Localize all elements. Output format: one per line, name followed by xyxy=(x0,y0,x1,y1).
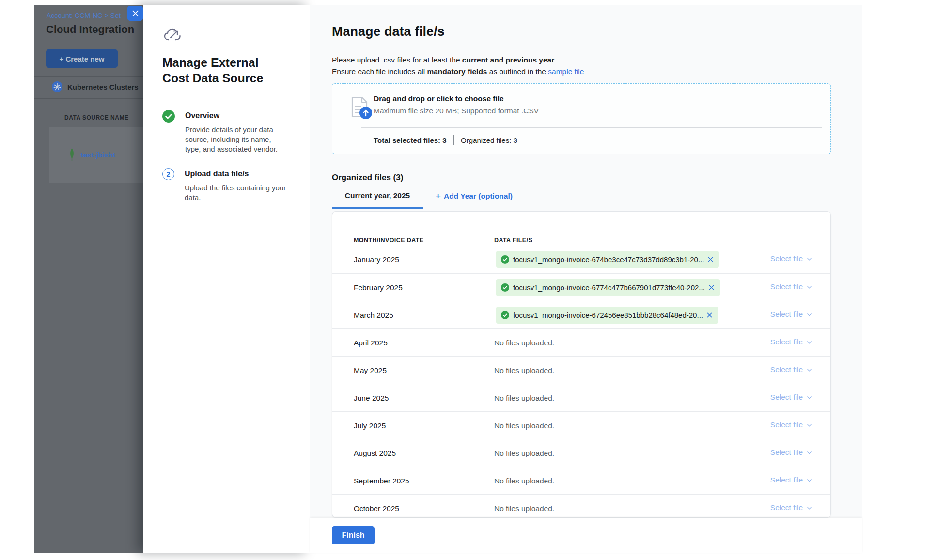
column-header-datafile: DATA FILE/S xyxy=(494,237,532,244)
table-row: February 2025 focusv1_mongo-invoice-6774… xyxy=(332,273,830,301)
no-files-text: No files uploaded. xyxy=(494,339,554,347)
select-file-dropdown[interactable]: Select file xyxy=(770,503,812,512)
remove-icon xyxy=(707,312,712,318)
remove-file-button[interactable] xyxy=(708,257,713,262)
select-file-dropdown[interactable]: Select file xyxy=(770,476,812,484)
select-file-dropdown[interactable]: Select file xyxy=(770,254,812,263)
select-file-label: Select file xyxy=(770,393,803,402)
close-drawer-button[interactable] xyxy=(127,6,143,21)
year-tabs: Current year, 2025 + Add Year (optional) xyxy=(332,191,513,209)
remove-file-button[interactable] xyxy=(709,285,714,290)
select-file-dropdown[interactable]: Select file xyxy=(770,310,812,319)
tab-kubernetes-clusters: Kubernetes Clusters xyxy=(52,81,139,92)
wizard-step-overview[interactable]: Overview Provide details of your data so… xyxy=(162,110,288,154)
dimmed-background-page: Account: CCM-NG > Set Cloud Integration … xyxy=(34,5,143,553)
wizard-title: Manage External Cost Data Source xyxy=(162,55,283,86)
dropzone-subtitle: Maximum file size 20 MB; Supported forma… xyxy=(374,107,539,115)
cloud-export-icon xyxy=(164,27,181,43)
table-row: September 2025 No files uploaded. Select… xyxy=(332,467,830,494)
select-file-dropdown[interactable]: Select file xyxy=(770,365,812,374)
instruction-line-2: Ensure each file includes all mandatory … xyxy=(332,66,584,78)
upload-instructions: Please upload .csv files for at least th… xyxy=(332,54,584,78)
column-header-month: MONTH/INVOICE DATE xyxy=(354,237,423,244)
step-complete-check-icon xyxy=(162,110,175,154)
tab-current-year-2025[interactable]: Current year, 2025 xyxy=(332,191,423,209)
select-file-dropdown[interactable]: Select file xyxy=(770,420,812,429)
kubernetes-icon xyxy=(52,81,62,92)
tab-label: Kubernetes Clusters xyxy=(67,83,139,91)
dropzone-divider xyxy=(361,127,822,128)
close-icon xyxy=(132,10,139,16)
vertical-separator xyxy=(453,135,454,145)
upload-step-content: Manage data file/s Please upload .csv fi… xyxy=(310,5,862,553)
month-cell: October 2025 xyxy=(354,504,399,513)
no-files-text: No files uploaded. xyxy=(494,366,554,375)
table-row: March 2025 focusv1_mongo-invoice-672456e… xyxy=(332,301,830,328)
table-row: June 2025 No files uploaded. Select file xyxy=(332,384,830,411)
add-year-button[interactable]: + Add Year (optional) xyxy=(436,191,513,201)
month-cell: August 2025 xyxy=(354,449,396,458)
file-success-check-icon xyxy=(501,255,509,264)
page-title: Cloud Integration xyxy=(46,23,134,36)
create-new-button: + Create new xyxy=(46,49,118,68)
screen: Account: CCM-NG > Set Cloud Integration … xyxy=(0,0,937,560)
sample-file-link[interactable]: sample file xyxy=(548,67,584,76)
step-label: Overview xyxy=(185,110,288,120)
no-files-text: No files uploaded. xyxy=(494,477,554,485)
select-file-label: Select file xyxy=(770,254,803,263)
remove-icon xyxy=(708,257,713,262)
select-file-label: Select file xyxy=(770,310,803,319)
chevron-down-icon xyxy=(806,422,812,428)
chevron-down-icon xyxy=(806,339,812,345)
remove-file-button[interactable] xyxy=(707,312,712,318)
file-name: focusv1_mongo-invoice-672456ee851bbb28c6… xyxy=(513,311,703,319)
table-row: May 2025 No files uploaded. Select file xyxy=(332,356,830,384)
month-cell: March 2025 xyxy=(354,311,393,320)
step-label: Upload data file/s xyxy=(185,168,287,178)
table-row: August 2025 No files uploaded. Select fi… xyxy=(332,439,830,467)
no-files-text: No files uploaded. xyxy=(494,504,554,513)
total-selected-files: Total selected files: 3 xyxy=(374,136,447,144)
select-file-dropdown[interactable]: Select file xyxy=(770,338,812,346)
step-description: Provide details of your data source, inc… xyxy=(185,125,288,154)
chevron-down-icon xyxy=(806,311,812,318)
organized-files-table: MONTH/INVOICE DATE DATA FILE/S January 2… xyxy=(332,211,831,518)
month-cell: July 2025 xyxy=(354,421,386,430)
organized-files-heading: Organized files (3) xyxy=(332,173,403,183)
table-row: April 2025 No files uploaded. Select fil… xyxy=(332,328,830,356)
chevron-down-icon xyxy=(806,450,812,456)
file-name: focusv1_mongo-invoice-674be3ce47c73d37dd… xyxy=(513,255,704,264)
chevron-down-icon xyxy=(806,477,812,483)
chevron-down-icon xyxy=(806,505,812,511)
select-file-dropdown[interactable]: Select file xyxy=(770,282,812,291)
select-file-label: Select file xyxy=(770,338,803,346)
file-dropzone[interactable]: Drag and drop or click to choose file Ma… xyxy=(332,83,831,154)
month-cell: May 2025 xyxy=(354,366,387,375)
table-header-row: MONTH/INVOICE DATE DATA FILE/S xyxy=(332,212,830,246)
remove-icon xyxy=(709,285,714,290)
uploaded-file-chip: focusv1_mongo-invoice-6774c477b667901d77… xyxy=(496,279,720,296)
column-header-data-source-name: DATA SOURCE NAME xyxy=(64,114,128,121)
finish-button[interactable]: Finish xyxy=(332,526,375,544)
divider xyxy=(34,98,143,99)
month-cell: February 2025 xyxy=(354,283,403,292)
wizard-side-panel: Manage External Cost Data Source Overvie… xyxy=(143,5,310,553)
app-window: Account: CCM-NG > Set Cloud Integration … xyxy=(34,5,862,553)
file-success-check-icon xyxy=(501,311,509,319)
chevron-down-icon xyxy=(806,256,812,262)
month-cell: September 2025 xyxy=(354,477,409,485)
select-file-label: Select file xyxy=(770,282,803,291)
step-description: Upload the files containing your data. xyxy=(185,183,287,202)
select-file-dropdown[interactable]: Select file xyxy=(770,393,812,402)
instruction-line-1: Please upload .csv files for at least th… xyxy=(332,54,584,66)
select-file-label: Select file xyxy=(770,420,803,429)
select-file-label: Select file xyxy=(770,365,803,374)
breadcrumb: Account: CCM-NG > Set xyxy=(47,12,121,19)
uploaded-file-chip: focusv1_mongo-invoice-674be3ce47c73d37dd… xyxy=(496,251,719,268)
wizard-step-upload[interactable]: 2 Upload data file/s Upload the files co… xyxy=(162,168,287,202)
file-success-check-icon xyxy=(501,283,509,292)
table-row: July 2025 No files uploaded. Select file xyxy=(332,411,830,439)
table-row: October 2025 No files uploaded. Select f… xyxy=(332,494,830,518)
plus-icon: + xyxy=(436,193,441,200)
select-file-dropdown[interactable]: Select file xyxy=(770,448,812,457)
